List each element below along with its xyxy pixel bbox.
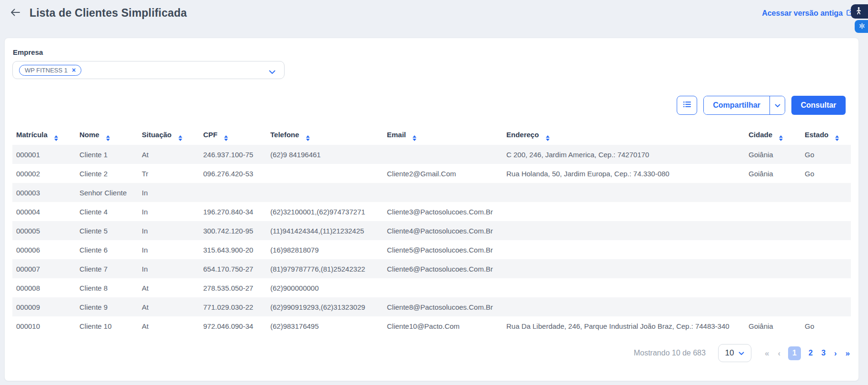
cell-email: Cliente2@Gmail.Com: [383, 164, 503, 183]
cell-situacao: At: [138, 297, 199, 316]
consult-button[interactable]: Consultar: [791, 96, 846, 115]
table-row[interactable]: 000008Cliente 8At278.535.050-27(62)90000…: [12, 278, 851, 297]
cell-cidade: [745, 297, 801, 316]
cell-estado: [801, 221, 851, 240]
extension-gpt-button[interactable]: [855, 20, 868, 33]
cell-email: Cliente8@Pactosolucoes.Com.Br: [383, 297, 503, 316]
last-page-button[interactable]: »: [845, 348, 851, 358]
column-header-label: Estado: [805, 131, 829, 139]
column-header-estado[interactable]: Estado: [801, 127, 851, 145]
table-row[interactable]: 000004Cliente 4In196.270.840-34(62)32100…: [12, 202, 851, 221]
cell-matricula: 000004: [12, 202, 76, 221]
page-size-select[interactable]: 10: [718, 344, 751, 362]
table-row[interactable]: 000009Cliente 9At771.029.030-22(62)99091…: [12, 297, 851, 316]
column-header-endereco[interactable]: Endereço: [503, 127, 745, 145]
sort-icon: [306, 135, 310, 142]
back-button[interactable]: [10, 8, 21, 19]
prev-page-button[interactable]: ‹: [777, 348, 781, 358]
page-button-3[interactable]: 3: [820, 348, 827, 358]
extension-person-button[interactable]: [851, 4, 868, 19]
column-header-telefone[interactable]: Telefone: [266, 127, 383, 145]
column-header-label: CPF: [203, 131, 217, 139]
table-row[interactable]: 000003Senhor ClienteIn: [12, 183, 851, 202]
table-row[interactable]: 000010Cliente 10At972.046.090-34(62)9831…: [12, 316, 851, 335]
column-header-email[interactable]: Email: [383, 127, 503, 145]
cell-endereco: [503, 240, 745, 259]
cell-estado: Go: [801, 164, 851, 183]
share-dropdown-button[interactable]: [769, 96, 785, 114]
sort-icon: [779, 135, 783, 142]
cell-telefone: (16)982818079: [266, 240, 383, 259]
chevron-down-icon: [269, 68, 276, 76]
column-header-matricula[interactable]: Matrícula: [12, 127, 76, 145]
empresa-chip-label: WP FITNESS 1: [25, 67, 68, 74]
sort-icon: [224, 135, 228, 142]
page-numbers: 123: [788, 346, 827, 360]
sort-icon: [835, 135, 839, 142]
cell-telefone: (62)983176495: [266, 316, 383, 335]
cell-matricula: 000010: [12, 316, 76, 335]
cell-cpf: 246.937.100-75: [199, 145, 266, 164]
cell-cidade: Goiânia: [745, 316, 801, 335]
cell-nome: Cliente 2: [76, 164, 138, 183]
cell-situacao: At: [138, 316, 199, 335]
cell-endereco: [503, 297, 745, 316]
cell-endereco: [503, 183, 745, 202]
cell-situacao: In: [138, 259, 199, 278]
table-header-row: Matrícula Nome Situação CPF Telefone Ema…: [12, 127, 851, 145]
cell-telefone: (62)9 84196461: [266, 145, 383, 164]
empresa-chip[interactable]: WP FITNESS 1 ×: [19, 65, 81, 76]
next-page-button[interactable]: ›: [833, 348, 838, 358]
sort-icon: [413, 135, 416, 142]
sort-icon: [54, 135, 58, 142]
showing-count-label: Mostrando 10 de 683: [634, 349, 706, 357]
cell-nome: Cliente 5: [76, 221, 138, 240]
cell-email: [383, 278, 503, 297]
page-title: Lista de Clientes Simplificada: [30, 7, 187, 20]
column-header-situacao[interactable]: Situação: [138, 127, 199, 145]
share-button[interactable]: Compartilhar: [704, 96, 769, 114]
table-row[interactable]: 000002Cliente 2Tr096.276.420-53Cliente2@…: [12, 164, 851, 183]
chevron-down-icon: [739, 348, 744, 358]
chip-remove-icon[interactable]: ×: [72, 67, 76, 73]
cell-nome: Cliente 10: [76, 316, 138, 335]
table-row[interactable]: 000007Cliente 7In654.170.750-27(81)97978…: [12, 259, 851, 278]
clients-panel: Empresa WP FITNESS 1 × Compartilhar: [4, 38, 859, 381]
sort-icon: [178, 135, 182, 142]
cell-email: Cliente5@Pactosolucoes.Com.Br: [383, 240, 503, 259]
page-button-1[interactable]: 1: [788, 346, 801, 360]
walking-person-icon: [855, 7, 862, 17]
cell-situacao: At: [138, 145, 199, 164]
cell-estado: [801, 278, 851, 297]
empresa-select[interactable]: WP FITNESS 1 ×: [12, 61, 285, 79]
column-header-cpf[interactable]: CPF: [199, 127, 266, 145]
old-version-link[interactable]: Acessar versão antiga: [762, 9, 854, 18]
column-header-nome[interactable]: Nome: [76, 127, 138, 145]
column-header-cidade[interactable]: Cidade: [745, 127, 801, 145]
cell-estado: [801, 183, 851, 202]
table-row[interactable]: 000001Cliente 1At246.937.100-75(62)9 841…: [12, 145, 851, 164]
cell-estado: [801, 297, 851, 316]
cell-cpf: 278.535.050-27: [199, 278, 266, 297]
cell-endereco: C 200, 246, Jardim America, Cep.: 742701…: [503, 145, 745, 164]
cell-telefone: (62)990919293,(62)31323029: [266, 297, 383, 316]
cell-endereco: Rua Holanda, 50, Jardim Europa, Cep.: 74…: [503, 164, 745, 183]
cell-matricula: 000005: [12, 221, 76, 240]
table-row[interactable]: 000006Cliente 6In315.643.900-20(16)98281…: [12, 240, 851, 259]
cell-nome: Cliente 7: [76, 259, 138, 278]
cell-cidade: [745, 278, 801, 297]
old-version-link-label: Acessar versão antiga: [762, 9, 843, 18]
column-settings-button[interactable]: [677, 96, 697, 115]
column-header-label: Telefone: [270, 131, 299, 139]
column-header-label: Cidade: [749, 131, 772, 139]
cell-cidade: [745, 221, 801, 240]
cell-telefone: [266, 183, 383, 202]
page-button-2[interactable]: 2: [808, 348, 814, 358]
clients-table: Matrícula Nome Situação CPF Telefone Ema…: [12, 127, 851, 335]
cell-matricula: 000007: [12, 259, 76, 278]
cell-cpf: [199, 183, 266, 202]
first-page-button[interactable]: «: [764, 348, 770, 358]
cell-matricula: 000009: [12, 297, 76, 316]
cell-cpf: 300.742.120-95: [199, 221, 266, 240]
table-row[interactable]: 000005Cliente 5In300.742.120-95(11)94142…: [12, 221, 851, 240]
